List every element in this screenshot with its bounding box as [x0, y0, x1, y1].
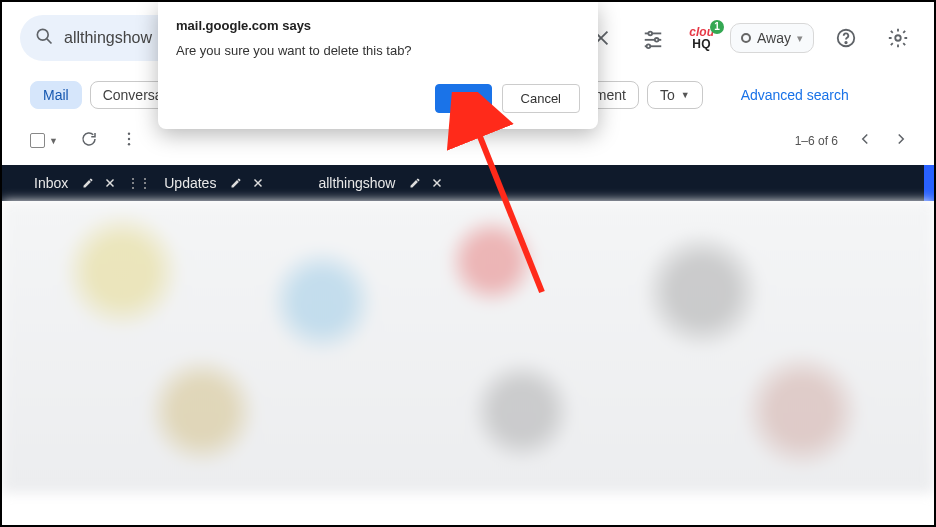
ok-button[interactable]: OK [435, 84, 492, 113]
svg-point-0 [37, 29, 48, 40]
prev-page-icon[interactable] [856, 130, 874, 151]
gear-icon[interactable] [878, 18, 918, 58]
svg-point-7 [655, 38, 659, 42]
pencil-icon[interactable] [409, 177, 421, 189]
cloudhq-logo[interactable]: clou HQ 1 [689, 26, 714, 50]
close-icon[interactable] [252, 177, 264, 189]
pencil-icon[interactable] [230, 177, 242, 189]
next-page-icon[interactable] [892, 130, 910, 151]
logo-badge: 1 [710, 20, 724, 34]
pencil-icon[interactable] [82, 177, 94, 189]
filter-tune-icon[interactable] [633, 18, 673, 58]
dropdown-icon: ▼ [681, 90, 690, 100]
advanced-search-link[interactable]: Advanced search [741, 87, 849, 103]
tab-label: allthingshow [314, 175, 399, 191]
dialog-origin: mail.google.com says [176, 18, 580, 33]
cancel-button[interactable]: Cancel [502, 84, 580, 113]
search-icon [34, 26, 54, 50]
svg-point-5 [649, 32, 653, 36]
status-label: Away [757, 30, 791, 46]
select-all-checkbox[interactable] [30, 133, 45, 148]
filter-chip-to[interactable]: To▼ [647, 81, 703, 109]
close-icon[interactable] [431, 177, 443, 189]
add-tab-edge[interactable] [924, 165, 934, 201]
confirm-dialog: mail.google.com says Are you sure you wa… [158, 2, 598, 129]
svg-point-11 [845, 42, 846, 43]
close-icon[interactable] [104, 177, 116, 189]
tab-updates[interactable]: Updates [160, 175, 264, 191]
svg-point-12 [895, 35, 901, 41]
svg-point-15 [128, 143, 130, 145]
search-input[interactable]: allthingshow [64, 29, 152, 47]
refresh-icon[interactable] [80, 130, 98, 151]
svg-point-9 [647, 44, 651, 48]
svg-line-1 [47, 39, 52, 44]
tab-inbox[interactable]: Inbox [30, 175, 116, 191]
filter-chip-mail[interactable]: Mail [30, 81, 82, 109]
tabs-bar: Inbox ⋮⋮ Updates allthingshow [2, 165, 934, 201]
tab-label: Updates [160, 175, 220, 191]
status-dot-icon [741, 33, 751, 43]
tab-label: Inbox [30, 175, 72, 191]
blurred-content [2, 201, 934, 493]
help-icon[interactable] [826, 18, 866, 58]
chevron-down-icon: ▾ [797, 32, 803, 45]
status-chip[interactable]: Away ▾ [730, 23, 814, 53]
drag-grip-icon[interactable]: ⋮⋮ [126, 175, 150, 191]
page-count: 1–6 of 6 [795, 134, 838, 148]
dialog-message: Are you sure you want to delete this tab… [176, 43, 580, 58]
svg-point-14 [128, 138, 130, 140]
svg-point-13 [128, 133, 130, 135]
more-icon[interactable] [120, 130, 138, 151]
logo-line2: HQ [692, 38, 711, 50]
select-dropdown-icon[interactable]: ▼ [49, 136, 58, 146]
tab-custom[interactable]: allthingshow [314, 175, 443, 191]
